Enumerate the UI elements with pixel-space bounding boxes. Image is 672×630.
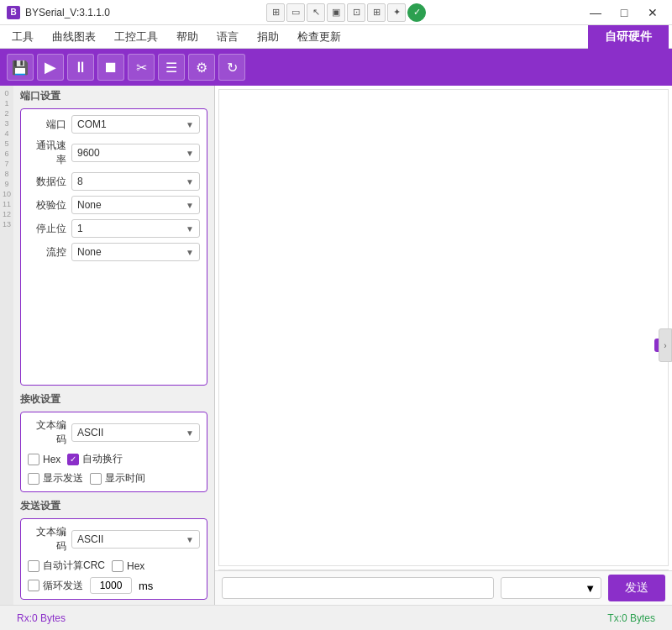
flowctrl-row: 流控 None ▼ xyxy=(21,240,207,264)
menu-language[interactable]: 语言 xyxy=(208,28,247,46)
show-time-checkbox-item[interactable]: 显示时间 xyxy=(90,471,145,486)
auto-crc-label: 自动计算CRC xyxy=(43,559,105,573)
send-hex-checkbox[interactable] xyxy=(112,560,123,572)
statusbar: Rx:0 Bytes Tx:0 Bytes xyxy=(0,605,672,630)
titlebar-tool-6[interactable]: ⊞ xyxy=(367,3,386,22)
pause-button[interactable]: ⏸ xyxy=(67,54,94,81)
maximize-button[interactable]: □ xyxy=(612,4,637,21)
parity-value: None xyxy=(77,199,102,211)
databits-value: 8 xyxy=(77,176,83,187)
send-encoding-label: 文本编码 xyxy=(28,525,71,554)
play-button[interactable]: ▶ xyxy=(37,54,64,81)
show-time-label: 显示时间 xyxy=(105,471,145,486)
parity-row: 校验位 None ▼ xyxy=(21,193,207,217)
recv-encoding-value: ASCII xyxy=(77,427,103,438)
save-button[interactable]: 💾 xyxy=(7,54,34,81)
recv-cb-row1: Hex ✓ 自动换行 xyxy=(21,449,207,469)
titlebar-tool-8[interactable]: ✓ xyxy=(407,3,426,22)
stopbits-arrow: ▼ xyxy=(186,224,194,234)
auto-newline-checkbox[interactable]: ✓ xyxy=(67,454,79,465)
app-icon: B xyxy=(7,6,20,19)
auto-crc-checkbox[interactable] xyxy=(28,560,39,572)
titlebar: B BYSerial_V:3.1.1.0 ⊞ ▭ ↖ ▣ ⊡ ⊞ ✦ ✓ — □… xyxy=(0,0,672,25)
databits-select[interactable]: 8 ▼ xyxy=(71,172,200,191)
list-button[interactable]: ☰ xyxy=(158,54,185,81)
titlebar-tool-2[interactable]: ▭ xyxy=(286,3,305,22)
loop-unit: ms xyxy=(139,580,153,592)
port-settings-header: 端口设置 xyxy=(13,86,214,105)
send-cb-row1: 自动计算CRC Hex xyxy=(21,556,207,575)
menu-industrial[interactable]: 工控工具 xyxy=(106,28,166,46)
recv-encoding-row: 文本编码 ASCII ▼ xyxy=(21,416,207,449)
send-settings-header: 发送设置 xyxy=(13,496,214,515)
menu-help[interactable]: 帮助 xyxy=(168,28,207,46)
recv-encoding-arrow: ▼ xyxy=(186,428,194,438)
baud-select[interactable]: 9600 ▼ xyxy=(71,144,200,162)
send-encoding-select[interactable]: ASCII ▼ xyxy=(71,530,200,549)
show-time-checkbox[interactable] xyxy=(90,473,102,485)
stop-button[interactable]: ⏹ xyxy=(97,54,124,81)
minimize-button[interactable]: — xyxy=(583,4,608,21)
send-button[interactable]: 发送 xyxy=(608,575,665,601)
flowctrl-label: 流控 xyxy=(28,245,71,260)
port-settings-box: 端口 COM1 ▼ 通讯速率 9600 ▼ 数据位 8 ▼ xyxy=(20,108,207,386)
right-panel: ▼ 发送 快捷命令列表 › xyxy=(215,86,672,605)
port-arrow: ▼ xyxy=(186,120,194,129)
close-button[interactable]: ✕ xyxy=(640,4,665,21)
recv-encoding-label: 文本编码 xyxy=(28,418,71,447)
port-select[interactable]: COM1 ▼ xyxy=(71,115,200,134)
hex-checkbox[interactable] xyxy=(28,454,39,465)
baud-arrow: ▼ xyxy=(186,149,194,158)
stopbits-select[interactable]: 1 ▼ xyxy=(71,219,200,238)
refresh-button[interactable]: ↻ xyxy=(218,54,245,81)
loop-interval-input[interactable]: 1000 xyxy=(90,577,132,594)
brand-label: 自研硬件 xyxy=(588,25,669,49)
main-content: 01234 56789 10111213 端口设置 端口 COM1 ▼ 通讯速率… xyxy=(0,86,672,605)
databits-label: 数据位 xyxy=(28,175,71,189)
titlebar-tool-7[interactable]: ✦ xyxy=(387,3,406,22)
flowctrl-arrow: ▼ xyxy=(186,248,194,257)
recv-settings-box: 文本编码 ASCII ▼ Hex ✓ 自动换行 xyxy=(20,412,207,492)
titlebar-tool-5[interactable]: ⊡ xyxy=(347,3,365,22)
send-mode-select[interactable]: ▼ xyxy=(501,577,601,599)
send-hex-checkbox-item[interactable]: Hex xyxy=(112,560,144,572)
cut-button[interactable]: ✂ xyxy=(128,54,155,81)
flowctrl-value: None xyxy=(77,246,102,258)
left-panel: 端口设置 端口 COM1 ▼ 通讯速率 9600 ▼ 数据位 xyxy=(13,86,215,605)
send-hex-label: Hex xyxy=(127,560,144,572)
recv-encoding-select[interactable]: ASCII ▼ xyxy=(71,423,200,442)
menu-chart[interactable]: 曲线图表 xyxy=(44,28,104,46)
port-label: 端口 xyxy=(28,118,71,132)
send-area: ▼ 发送 xyxy=(215,570,672,605)
hex-checkbox-item[interactable]: Hex xyxy=(28,454,60,465)
databits-row: 数据位 8 ▼ xyxy=(21,170,207,193)
loop-send-checkbox-item[interactable]: 循环发送 xyxy=(28,579,83,593)
loop-send-checkbox[interactable] xyxy=(28,580,39,591)
settings-button[interactable]: ⚙ xyxy=(188,54,215,81)
titlebar-left: B BYSerial_V:3.1.1.0 xyxy=(7,6,110,19)
send-settings-box: 文本编码 ASCII ▼ 自动计算CRC Hex xyxy=(20,518,207,600)
titlebar-tool-3[interactable]: ↖ xyxy=(307,3,325,22)
auto-newline-label: 自动换行 xyxy=(82,452,123,466)
parity-label: 校验位 xyxy=(28,198,71,213)
titlebar-tool-1[interactable]: ⊞ xyxy=(266,3,285,22)
titlebar-tool-4[interactable]: ▣ xyxy=(327,3,345,22)
collapse-button[interactable]: › xyxy=(659,328,672,362)
flowctrl-select[interactable]: None ▼ xyxy=(71,243,200,261)
send-text-area[interactable] xyxy=(222,577,494,599)
recv-cb-row2: 显示发送 显示时间 xyxy=(21,469,207,488)
show-send-label: 显示发送 xyxy=(43,471,83,486)
show-send-checkbox[interactable] xyxy=(28,473,39,485)
send-encoding-value: ASCII xyxy=(77,533,103,545)
show-send-checkbox-item[interactable]: 显示发送 xyxy=(28,471,83,486)
collapse-icon: › xyxy=(664,341,666,350)
menu-tools[interactable]: 工具 xyxy=(3,28,42,46)
auto-newline-checkbox-item[interactable]: ✓ 自动换行 xyxy=(67,452,123,466)
send-encoding-row: 文本编码 ASCII ▼ xyxy=(21,522,207,556)
parity-select[interactable]: None ▼ xyxy=(71,196,200,214)
toolbar: 💾 ▶ ⏸ ⏹ ✂ ☰ ⚙ ↻ xyxy=(0,49,672,86)
menu-update[interactable]: 检查更新 xyxy=(289,28,349,46)
auto-crc-checkbox-item[interactable]: 自动计算CRC xyxy=(28,559,105,573)
port-row: 端口 COM1 ▼ xyxy=(21,113,207,136)
menu-donate[interactable]: 捐助 xyxy=(249,28,287,46)
